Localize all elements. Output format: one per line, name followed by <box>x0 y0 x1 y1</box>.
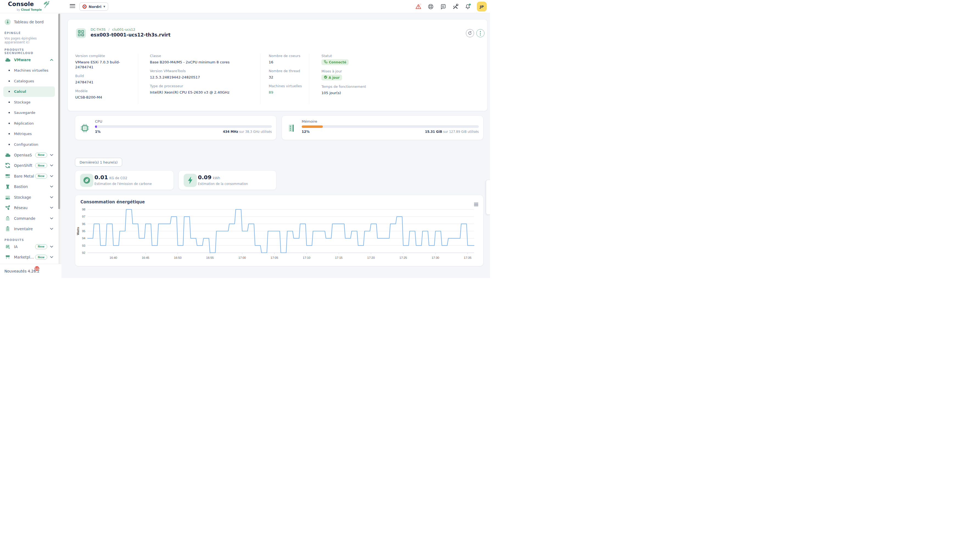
floating-panel-edge[interactable] <box>486 180 490 215</box>
cpu-chip-icon <box>81 124 89 134</box>
logo-text: Console <box>8 1 34 7</box>
scrollbar-thumb[interactable] <box>58 14 60 209</box>
sidebar-item-replication[interactable]: Réplication <box>3 118 55 129</box>
time-range-button[interactable]: Dernière(s) 1 heure(s) <box>75 158 122 166</box>
info-label: Machines virtuelles <box>269 84 306 88</box>
page-title: esx003-t0001-ucs12-th3s.rvirt <box>91 32 170 37</box>
x-tick-label: 17:35 <box>464 256 472 259</box>
sidebar-item-marketpl[interactable]: Marketpl…New <box>0 252 58 263</box>
sidebar-item-label: Tableau de bord <box>14 20 44 24</box>
info-column-1: Version complèteVMware ESXi 7.0.3 build-… <box>75 54 138 104</box>
info-value: 24784741 <box>75 80 135 85</box>
bullet-icon <box>8 91 10 92</box>
sidebar-item-inventaire[interactable]: Inventaire <box>0 224 58 234</box>
info-value: 12.5.3.24819442-24820517 <box>150 75 257 80</box>
sidebar-item-sauvegarde[interactable]: Sauvegarde <box>3 108 55 118</box>
breadcrumb-datacenter[interactable]: DC-TH3S <box>91 27 106 32</box>
sidebar-item-machines-virtuelles[interactable]: Machines virtuelles <box>3 65 55 76</box>
info-entry-statut: StatutConnecté <box>322 54 479 65</box>
sidebar-item-label: IA <box>14 244 18 249</box>
sidebar-item-label: OpenShift <box>14 163 32 168</box>
bolt-icon <box>184 174 197 187</box>
info-value: 32 <box>269 75 306 80</box>
y-tick-label: 97 <box>82 215 86 218</box>
sidebar-item-reseau[interactable]: Réseau <box>0 202 58 213</box>
y-tick-label: 95 <box>82 230 86 233</box>
info-column-4: StatutConnectéMises à jourA jourTemps de… <box>309 54 482 104</box>
memory-ram-icon <box>287 124 296 134</box>
organization-selector[interactable]: Nordri ▼ <box>79 2 108 11</box>
x-tick-label: 17:25 <box>399 256 407 259</box>
info-label: Temps de fonctionnement <box>322 84 479 89</box>
kwh-value: 0.09 <box>198 174 211 181</box>
host-header-card: DC-TH3S / clu001-ucs12 esx003-t0001-ucs1… <box>68 19 488 111</box>
sidebar-item-commande[interactable]: Commande <box>0 213 58 224</box>
sidebar-item-label: Stockage <box>14 100 31 104</box>
ia-icon <box>5 243 11 250</box>
sidebar-section-epingle: ÉPINGLÉ <box>0 27 58 35</box>
y-tick-label: 94 <box>82 236 86 240</box>
breadcrumb: DC-TH3S / clu001-ucs12 <box>91 27 135 32</box>
sidebar-item-label: Machines virtuelles <box>14 68 49 73</box>
bullet-icon <box>8 123 10 124</box>
info-label: Build <box>75 74 135 78</box>
sidebar-item-vmware[interactable]: VMware <box>0 55 58 65</box>
refresh-button[interactable] <box>466 29 474 37</box>
info-label: Mises à jour <box>322 69 479 73</box>
breadcrumb-cluster[interactable]: clu001-ucs12 <box>112 27 135 32</box>
feedback-icon[interactable] <box>440 3 446 10</box>
sidebar-item-openshift[interactable]: OpenShiftNew <box>0 160 58 171</box>
sidebar-item-openiaas[interactable]: OpenIaaSNew <box>0 150 58 160</box>
sidebar-item-catalogues[interactable]: Catalogues <box>3 76 55 86</box>
sidebar-item-bare-metal[interactable]: Bare MetalNew <box>0 171 58 182</box>
info-value: VMware ESXi 7.0.3 build-24784741 <box>75 60 135 70</box>
support-icon[interactable] <box>427 3 434 10</box>
menu-toggle-icon[interactable] <box>70 4 75 8</box>
memory-detail: 15.31 GiB sur 127.89 GiB utilisés <box>425 130 479 134</box>
sidebar-item-bastion[interactable]: Bastion <box>0 181 58 192</box>
info-label: Statut <box>322 54 479 58</box>
x-tick-label: 16:45 <box>142 256 149 259</box>
y-tick-label: 98 <box>82 208 86 211</box>
sidebar-item-stockage[interactable]: Stockage <box>3 97 55 108</box>
sidebar-item-ia[interactable]: IANew <box>0 241 58 252</box>
check-circle-icon <box>324 76 327 79</box>
status-badge-connecte: Connecté <box>322 59 349 65</box>
host-calculator-icon <box>76 28 86 39</box>
info-entry-machines-virtuelles: Machines virtuelles89 <box>269 84 306 95</box>
app-logo[interactable]: Console by Cloud Temple <box>8 1 34 7</box>
memory-percent: 12% <box>302 130 310 134</box>
alerts-icon[interactable] <box>415 3 422 10</box>
sidebar-item-label: VMware <box>14 58 31 62</box>
kwh-description: Estimation de la consommation <box>198 182 248 186</box>
notifications-bell-icon[interactable] <box>464 3 471 10</box>
sidebar-item-metriques[interactable]: Métriques <box>3 129 55 139</box>
new-badge: New <box>35 174 47 179</box>
info-label: Type de processeur <box>150 84 257 88</box>
tools-icon[interactable] <box>452 3 459 10</box>
x-tick-label: 17:30 <box>432 256 439 259</box>
info-value-link[interactable]: 89 <box>269 90 306 95</box>
info-label: Version complète <box>75 54 135 58</box>
commande-icon <box>5 215 11 222</box>
bullet-icon <box>8 70 10 71</box>
more-actions-button[interactable] <box>476 29 485 37</box>
sidebar-item-tableau-de-bord[interactable]: Tableau de bord <box>0 16 58 27</box>
sidebar-item-configuration[interactable]: Configuration <box>3 139 55 150</box>
bullet-icon <box>8 81 10 82</box>
new-badge: New <box>35 153 47 158</box>
sidebar: Tableau de bordÉPINGLÉVos pages épinglée… <box>0 13 61 278</box>
avatar[interactable]: JP <box>477 2 487 11</box>
sidebar-item-label: Commande <box>14 216 36 221</box>
sidebar-scrollbar[interactable] <box>58 13 61 278</box>
y-tick-label: 92 <box>82 251 86 254</box>
new-badge: New <box>35 255 47 260</box>
info-label: Nombre de coeurs <box>269 54 306 58</box>
x-tick-label: 17:00 <box>238 256 246 259</box>
whats-new-button[interactable]: Nouveautés 4.26.2 11 <box>0 264 61 278</box>
bullet-icon <box>8 112 10 113</box>
cpu-detail: 434 MHz sur 38.3 GHz utilisés <box>223 130 272 134</box>
info-value: UCSB-B200-M4 <box>75 95 135 100</box>
sidebar-item-calcul[interactable]: Calcul <box>3 86 55 97</box>
sidebar-item-stockage[interactable]: Stockage <box>0 192 58 203</box>
